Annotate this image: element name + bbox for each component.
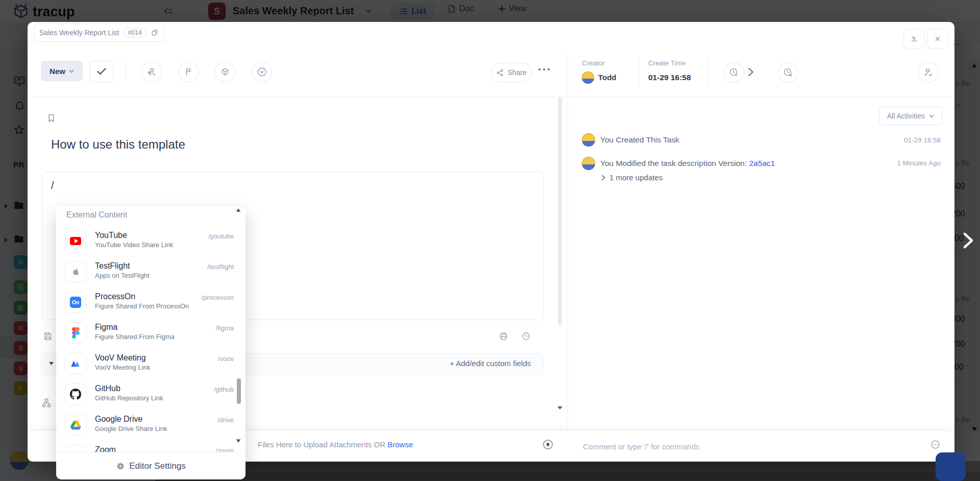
title-caret-icon[interactable] xyxy=(365,9,372,13)
copy-icon[interactable] xyxy=(151,29,159,37)
editor-typed-text: / xyxy=(51,180,54,191)
history-button[interactable] xyxy=(521,331,531,341)
sidebar-divider xyxy=(0,151,31,152)
menu-scrollbar-thumb[interactable] xyxy=(237,378,241,404)
bg-cell-value: 00 xyxy=(954,363,964,372)
send-comment-button[interactable] xyxy=(936,452,966,481)
sidebar-project-tile[interactable]: 可 xyxy=(14,280,28,294)
doc-icon xyxy=(447,4,456,13)
flag-icon xyxy=(183,67,193,77)
module-button[interactable] xyxy=(215,62,235,82)
task-breadcrumb-pill[interactable]: Sales Weekly Report List #014 xyxy=(34,23,164,42)
sidebar-project-tile[interactable]: O xyxy=(14,255,28,269)
google-drive-icon xyxy=(65,414,86,436)
subtask-tree-button[interactable] xyxy=(41,398,52,408)
bg-bottom-strip xyxy=(155,461,980,472)
menu-item-youtube[interactable]: YouTube /youtube YouTube Video Share Lin… xyxy=(56,230,246,260)
follower-button[interactable] xyxy=(918,62,939,83)
print-button[interactable] xyxy=(499,331,508,341)
share-button[interactable]: Share xyxy=(491,63,532,82)
browse-link[interactable]: Browse xyxy=(387,440,413,449)
collapse-caret-icon[interactable] xyxy=(48,362,54,366)
priority-button[interactable] xyxy=(178,62,199,82)
scroll-up-icon[interactable] xyxy=(971,63,977,68)
minimize-button[interactable] xyxy=(903,29,925,49)
activity-text: You Modified the task description Versio… xyxy=(600,159,775,168)
dashboard-icon[interactable] xyxy=(13,75,26,87)
expand-panel-chevron[interactable] xyxy=(962,231,975,250)
close-icon xyxy=(934,35,942,43)
start-time-button[interactable] xyxy=(724,62,744,83)
save-button[interactable] xyxy=(43,331,53,341)
meta-divider xyxy=(639,58,640,86)
toolbar-divider xyxy=(126,62,126,80)
tab-add-view[interactable]: View xyxy=(498,4,526,13)
menu-scroll-up-icon[interactable] xyxy=(234,208,243,212)
content-scroll-down-icon[interactable] xyxy=(557,406,563,410)
editor-settings-button[interactable]: Editor Settings xyxy=(56,452,246,479)
complete-task-button[interactable] xyxy=(90,61,113,82)
record-button[interactable] xyxy=(542,439,554,450)
sidebar-project-tile[interactable]: H xyxy=(14,321,28,335)
tab-list[interactable]: List xyxy=(391,3,435,19)
creator-avatar xyxy=(582,71,594,84)
user-avatar[interactable] xyxy=(10,451,29,470)
menu-item-testflight[interactable]: TestFlight /testflight Apps on TestFligh… xyxy=(56,260,246,291)
sidebar-collapse-icon[interactable] xyxy=(162,5,175,17)
comment-input[interactable] xyxy=(582,435,900,458)
activity-filter-button[interactable]: All Activities xyxy=(879,107,942,125)
chevron-right-icon xyxy=(962,231,975,250)
activity-avatar xyxy=(582,157,595,170)
slash-command-menu: External Content YouTube /youtube YouTub… xyxy=(56,206,246,479)
scroll-down-icon[interactable] xyxy=(971,427,977,431)
status-dropdown-button[interactable]: New xyxy=(41,61,83,81)
version-button[interactable] xyxy=(252,62,272,82)
add-custom-fields-button[interactable]: + Add/edit custom fields xyxy=(450,359,531,368)
notifications-bell-icon[interactable] xyxy=(14,100,26,111)
sidebar-folder-icon[interactable] xyxy=(14,201,24,210)
processon-icon: On xyxy=(65,292,86,313)
menu-item-github[interactable]: GitHub /github GitHub Repository Link xyxy=(56,383,246,414)
cube-icon xyxy=(220,67,230,77)
content-scrollbar-thumb[interactable] xyxy=(558,97,562,325)
bookmark-icon[interactable] xyxy=(46,112,57,124)
clock-play-icon xyxy=(728,67,740,78)
voov-icon xyxy=(65,353,86,374)
task-title[interactable]: How to use this template xyxy=(51,137,185,152)
due-time-button[interactable] xyxy=(778,62,798,83)
more-actions-button[interactable] xyxy=(538,68,550,71)
menu-item-zoom[interactable]: Zoom /zoom xyxy=(56,444,246,452)
bg-fragment: s Re xyxy=(955,416,970,424)
menu-item-google-drive[interactable]: Google Drive /drive Google Drive Share L… xyxy=(56,414,246,444)
tab-list-label: List xyxy=(411,7,426,16)
tab-divider xyxy=(440,5,440,17)
check-icon xyxy=(97,68,106,75)
sidebar-section-label: PR xyxy=(13,160,24,169)
folder-caret-icon[interactable] xyxy=(4,237,9,243)
menu-item-processon[interactable]: On ProcessOn /processon Figure Shared Fr… xyxy=(56,291,246,322)
sidebar-project-tile-selected[interactable]: S xyxy=(14,341,28,355)
close-button[interactable] xyxy=(927,29,948,49)
chevron-right-icon xyxy=(601,175,605,181)
tab-doc[interactable]: Doc xyxy=(447,4,474,13)
folder-caret-icon[interactable] xyxy=(4,203,9,209)
menu-item-figma[interactable]: Figma /figma Figure Shared From Figma xyxy=(56,322,246,352)
menu-item-voov[interactable]: VooV Meeting /voov VooV Meeting Link xyxy=(56,352,246,383)
bg-fragment: s Re xyxy=(955,79,970,87)
sidebar-project-tile[interactable]: S xyxy=(14,362,28,375)
favorites-star-icon[interactable] xyxy=(13,124,25,136)
bg-bottom-strip xyxy=(155,472,980,481)
create-time-label: Create Time xyxy=(648,59,686,67)
more-updates-toggle[interactable]: 1 more updates xyxy=(601,173,663,182)
menu-scroll-down-icon[interactable] xyxy=(234,439,243,443)
panel-divider xyxy=(568,53,568,461)
emoji-button[interactable] xyxy=(930,439,941,450)
sidebar-folder-icon[interactable] xyxy=(14,234,24,244)
sidebar-project-tile[interactable]: L xyxy=(14,381,28,395)
activity-avatar xyxy=(582,133,595,147)
version-link[interactable]: 2a5ac1 xyxy=(749,159,775,167)
assignee-button[interactable] xyxy=(141,62,162,82)
sidebar-project-tile[interactable]: 欢 xyxy=(14,301,28,315)
version-circle-icon xyxy=(256,66,267,78)
activity-time: 01-29 16:58 xyxy=(874,136,941,144)
